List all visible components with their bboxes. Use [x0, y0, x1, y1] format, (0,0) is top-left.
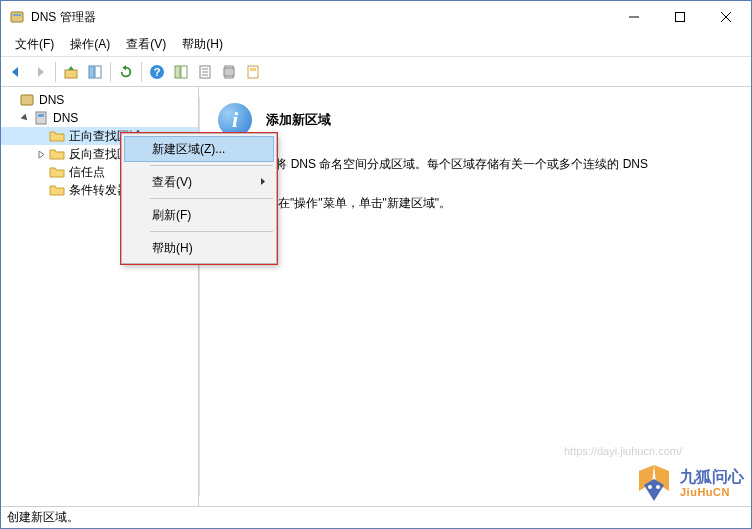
context-new-zone[interactable]: 新建区域(Z)...: [124, 136, 274, 162]
svg-rect-8: [95, 66, 101, 78]
info-icon: i: [218, 103, 252, 137]
content-title: 添加新区域: [266, 111, 331, 129]
help-button[interactable]: ?: [146, 61, 168, 83]
menubar: 文件(F) 操作(A) 查看(V) 帮助(H): [1, 33, 751, 57]
expander-placeholder: [35, 166, 47, 178]
expander-icon: [5, 94, 17, 106]
folder-icon: [49, 146, 65, 162]
content-paragraph-2: 新区域，请在"操作"菜单，单击"新建区域"。: [218, 194, 721, 213]
tree-label: DNS: [53, 111, 78, 125]
up-button[interactable]: [60, 61, 82, 83]
maximize-button[interactable]: [657, 2, 703, 32]
svg-rect-7: [89, 66, 94, 78]
menu-view[interactable]: 查看(V): [118, 34, 174, 55]
window-title: DNS 管理器: [31, 9, 611, 26]
back-button[interactable]: [5, 61, 27, 83]
context-item-label: 查看(V): [152, 174, 192, 191]
collapse-icon[interactable]: [19, 112, 31, 124]
toolbar-btn-8[interactable]: [242, 61, 264, 83]
svg-rect-20: [250, 68, 256, 71]
svg-rect-18: [224, 68, 234, 76]
close-button[interactable]: [703, 2, 749, 32]
svg-rect-23: [38, 114, 44, 117]
context-menu: 新建区域(Z)... 查看(V) 刷新(F) 帮助(H): [121, 133, 277, 264]
content-inner: i 添加新区域 (DNS)允许将 DNS 命名空间分成区域。每个区域存储有关一个…: [199, 97, 731, 496]
svg-rect-6: [65, 70, 77, 78]
separator: [55, 62, 56, 82]
content-body: (DNS)允许将 DNS 命名空间分成区域。每个区域存储有关一个或多个连续的 D…: [218, 155, 721, 213]
forward-button[interactable]: [29, 61, 51, 83]
svg-rect-19: [248, 66, 258, 78]
svg-text:?: ?: [154, 66, 161, 78]
expander-placeholder: [35, 130, 47, 142]
separator: [150, 165, 273, 166]
statusbar: 创建新区域。: [1, 506, 751, 528]
svg-rect-22: [36, 112, 46, 124]
toolbar-btn-5[interactable]: [170, 61, 192, 83]
toolbar-btn-6[interactable]: [194, 61, 216, 83]
refresh-button[interactable]: [115, 61, 137, 83]
menu-action[interactable]: 操作(A): [62, 34, 118, 55]
body: DNS DNS 正向查找区域 反向查找区域 信任点: [1, 87, 751, 506]
svg-rect-21: [21, 95, 33, 105]
svg-rect-12: [181, 66, 187, 78]
expand-icon[interactable]: [35, 148, 47, 160]
context-help[interactable]: 帮助(H): [124, 235, 274, 261]
tree-label: 信任点: [69, 164, 105, 181]
context-item-label: 新建区域(Z)...: [152, 141, 225, 158]
menu-file[interactable]: 文件(F): [7, 34, 62, 55]
folder-icon: [49, 128, 65, 144]
svg-rect-1: [13, 14, 21, 16]
content-header: i 添加新区域: [218, 103, 721, 137]
separator: [150, 198, 273, 199]
context-item-label: 帮助(H): [152, 240, 193, 257]
content-paragraph-1: (DNS)允许将 DNS 命名空间分成区域。每个区域存储有关一个或多个连续的 D…: [218, 155, 721, 174]
server-icon: [33, 110, 49, 126]
toolbar: ?: [1, 57, 751, 87]
folder-icon: [49, 182, 65, 198]
tree-server[interactable]: DNS: [1, 109, 198, 127]
tree-label: DNS: [39, 93, 64, 107]
expander-placeholder: [35, 184, 47, 196]
submenu-arrow-icon: [260, 175, 266, 189]
app-icon: [9, 9, 25, 25]
svg-rect-3: [676, 13, 685, 22]
tree-label: 条件转发器: [69, 182, 129, 199]
show-hide-button[interactable]: [84, 61, 106, 83]
folder-icon: [49, 164, 65, 180]
content-pane: i 添加新区域 (DNS)允许将 DNS 命名空间分成区域。每个区域存储有关一个…: [199, 87, 751, 506]
svg-rect-0: [11, 12, 23, 22]
separator: [141, 62, 142, 82]
context-item-label: 刷新(F): [152, 207, 191, 224]
menu-help[interactable]: 帮助(H): [174, 34, 231, 55]
svg-rect-11: [175, 66, 180, 78]
separator: [110, 62, 111, 82]
context-view[interactable]: 查看(V): [124, 169, 274, 195]
minimize-button[interactable]: [611, 2, 657, 32]
tree-root-dns[interactable]: DNS: [1, 91, 198, 109]
separator: [150, 231, 273, 232]
dns-root-icon: [19, 92, 35, 108]
context-refresh[interactable]: 刷新(F): [124, 202, 274, 228]
titlebar: DNS 管理器: [1, 1, 751, 33]
window: DNS 管理器 文件(F) 操作(A) 查看(V) 帮助(H) ? DNS: [0, 0, 752, 529]
toolbar-btn-7[interactable]: [218, 61, 240, 83]
status-text: 创建新区域。: [7, 509, 79, 526]
